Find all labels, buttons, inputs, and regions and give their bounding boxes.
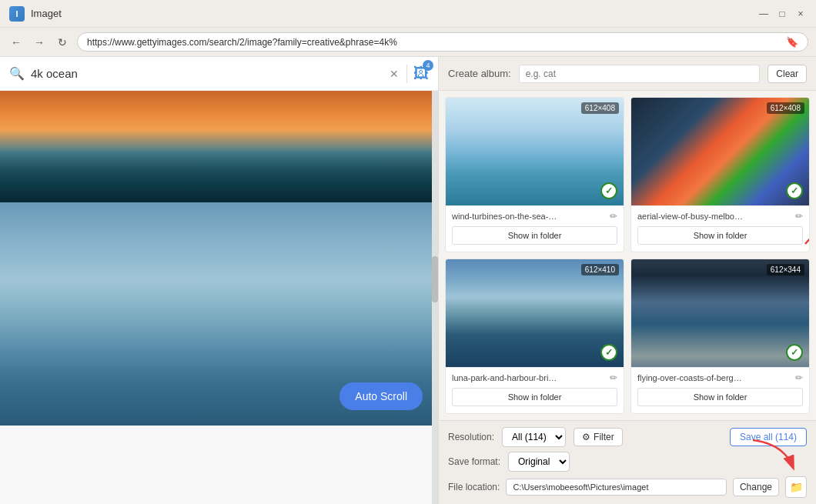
browse-image-1 <box>0 91 438 202</box>
thumb-4: 612×344 ✓ <box>631 259 809 367</box>
show-folder-btn-2[interactable]: Show in folder <box>637 226 803 245</box>
album-input[interactable] <box>519 65 761 83</box>
resolution-badge-2: 612×408 <box>767 102 804 114</box>
check-4: ✓ <box>786 344 803 361</box>
grid-item-4-inner: 612×344 ✓ flying-over-coasts-of-bergen-i… <box>631 259 809 412</box>
search-icon: 🔍 <box>9 66 25 81</box>
grid-item-2-inner: 612×408 ✓ aerial-view-of-busy-melbourne-… <box>631 98 809 251</box>
filename-4: flying-over-coasts-of-bergen-in-th <box>637 373 745 382</box>
grid-item-1: 612×408 ✓ wind-turbines-on-the-sea-on-a-… <box>445 97 624 252</box>
left-panel: 🔍 ✕ 🖼 4 Auto Scroll <box>0 57 439 504</box>
titlebar-left: I Imaget <box>9 6 62 22</box>
grid-info-1: wind-turbines-on-the-sea-on-a-sur ✏ <box>446 205 624 226</box>
clear-search-icon[interactable]: ✕ <box>388 66 400 82</box>
grid-item-3: 612×410 ✓ luna-park-and-harbour-bridge-i… <box>445 259 624 414</box>
location-label: File location: <box>448 482 500 492</box>
show-folder-btn-4[interactable]: Show in folder <box>637 388 803 406</box>
check-2: ✓ <box>786 182 803 199</box>
clear-button[interactable]: Clear <box>768 65 807 83</box>
scrollbar-track[interactable] <box>432 91 438 504</box>
bottom-controls: Resolution: All (114) ⚙ Filter Save all … <box>439 420 816 504</box>
refresh-button[interactable]: ↻ <box>54 34 71 51</box>
folder-icon: 📁 <box>790 481 803 493</box>
resolution-badge-1: 612×408 <box>581 102 619 114</box>
edit-icon-2[interactable]: ✏ <box>795 211 803 222</box>
format-row: Save format: Original <box>448 452 807 472</box>
resolution-row: Resolution: All (114) ⚙ Filter Save all … <box>448 427 807 447</box>
grid-item-3-inner: 612×410 ✓ luna-park-and-harbour-bridge-i… <box>446 259 624 412</box>
titlebar: I Imaget — □ × <box>0 0 816 28</box>
check-1: ✓ <box>600 182 617 199</box>
main-content: 🔍 ✕ 🖼 4 Auto Scroll Create <box>0 57 816 504</box>
maximize-button[interactable]: □ <box>776 8 788 20</box>
browse-image-2: Auto Scroll <box>0 202 438 426</box>
change-button[interactable]: Change <box>733 478 779 496</box>
close-button[interactable]: × <box>794 8 807 20</box>
thumb-3: 612×410 ✓ <box>446 259 624 367</box>
resolution-badge-4: 612×344 <box>767 264 804 275</box>
search-bar: 🔍 ✕ 🖼 4 <box>0 57 438 91</box>
thumb-2: 612×408 ✓ <box>631 98 809 205</box>
app-title: Imaget <box>31 8 62 19</box>
grid-item-4: 612×344 ✓ flying-over-coasts-of-bergen-i… <box>630 259 810 414</box>
format-select[interactable]: Original <box>508 452 570 472</box>
divider <box>406 65 407 83</box>
location-path-input[interactable] <box>506 479 727 496</box>
edit-icon-3[interactable]: ✏ <box>610 372 617 383</box>
filter-icon: ⚙ <box>582 432 590 442</box>
back-button[interactable]: ← <box>8 34 25 51</box>
forward-button[interactable]: → <box>31 34 48 51</box>
show-folder-btn-3[interactable]: Show in folder <box>452 388 617 406</box>
album-label: Create album: <box>448 68 511 79</box>
folder-icon-button[interactable]: 📁 <box>785 476 807 498</box>
auto-scroll-button[interactable]: Auto Scroll <box>339 382 423 410</box>
grid-info-3: luna-park-and-harbour-bridge-in-s ✏ <box>446 367 624 388</box>
save-all-button[interactable]: Save all (114) <box>730 428 807 446</box>
grid-item-1-inner: 612×408 ✓ wind-turbines-on-the-sea-on-a-… <box>446 98 624 251</box>
resolution-select[interactable]: All (114) <box>502 427 566 447</box>
image-search-button[interactable]: 🖼 4 <box>413 65 429 82</box>
filename-2: aerial-view-of-busy-melbourne-por <box>637 212 745 221</box>
browser-bar: ← → ↻ https://www.gettyimages.com/search… <box>0 28 816 57</box>
grid-item-2: 612×408 ✓ aerial-view-of-busy-melbourne-… <box>630 97 810 252</box>
edit-icon-1[interactable]: ✏ <box>610 211 617 222</box>
thumb-1: 612×408 ✓ <box>446 98 624 205</box>
filter-button[interactable]: ⚙ Filter <box>574 428 623 446</box>
location-row: File location: Change 📁 <box>448 476 807 498</box>
right-panel: Create album: Clear 612×408 ✓ wind-turbi… <box>439 57 816 504</box>
grid-info-2: aerial-view-of-busy-melbourne-por ✏ <box>631 205 809 226</box>
album-bar: Create album: Clear <box>439 57 816 91</box>
format-label: Save format: <box>448 456 500 467</box>
bookmark-icon[interactable]: 🔖 <box>786 36 798 48</box>
filename-3: luna-park-and-harbour-bridge-in-s <box>452 373 560 382</box>
downloaded-images-grid: 612×408 ✓ wind-turbines-on-the-sea-on-a-… <box>439 91 816 420</box>
filename-1: wind-turbines-on-the-sea-on-a-sur <box>452 212 560 221</box>
check-3: ✓ <box>600 344 617 361</box>
edit-icon-4[interactable]: ✏ <box>795 372 803 383</box>
show-folder-btn-1[interactable]: Show in folder <box>452 226 617 245</box>
filter-label: Filter <box>594 432 614 442</box>
url-bar[interactable]: https://www.gettyimages.com/search/2/ima… <box>77 32 808 52</box>
browse-images: Auto Scroll <box>0 91 438 504</box>
search-input[interactable] <box>31 67 382 80</box>
window-controls: — □ × <box>757 8 807 20</box>
scrollbar-thumb[interactable] <box>432 256 438 302</box>
minimize-button[interactable]: — <box>757 8 770 20</box>
grid-info-4: flying-over-coasts-of-bergen-in-th ✏ <box>631 367 809 388</box>
url-text: https://www.gettyimages.com/search/2/ima… <box>87 37 397 48</box>
badge-count: 4 <box>423 60 433 71</box>
resolution-badge-3: 612×410 <box>581 264 619 275</box>
resolution-label: Resolution: <box>448 432 494 442</box>
app-logo: I <box>9 6 25 22</box>
